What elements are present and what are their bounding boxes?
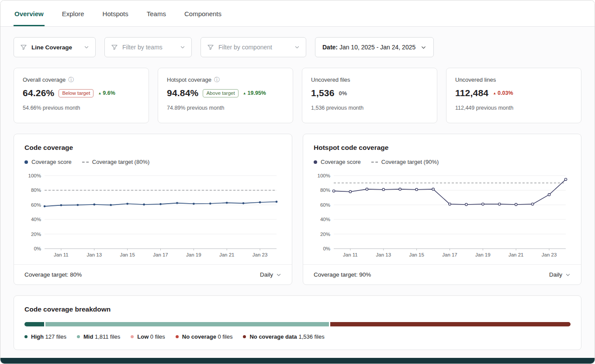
stat-value: 1,536 bbox=[311, 88, 335, 98]
breakdown-legend: High 127 filesMid 1,811 filesLow 0 files… bbox=[24, 333, 571, 340]
svg-text:Jan 19: Jan 19 bbox=[186, 252, 201, 257]
svg-text:Jan 15: Jan 15 bbox=[120, 252, 135, 257]
trend-up-icon: ▲ bbox=[98, 91, 101, 95]
trend-up-icon: ▲ bbox=[243, 91, 246, 95]
stat-percent: 0% bbox=[339, 90, 347, 97]
teams-filter-dropdown[interactable]: Filter by teams bbox=[104, 37, 192, 57]
chevron-down-icon bbox=[79, 45, 89, 50]
legend-dot-icon bbox=[176, 335, 179, 338]
coverage-target-text: Coverage target: 90% bbox=[314, 271, 371, 278]
svg-text:40%: 40% bbox=[31, 217, 41, 222]
breakdown-legend-item: Low 0 files bbox=[131, 333, 165, 340]
tab-explore[interactable]: Explore bbox=[61, 0, 85, 26]
stat-subtext: 54.66% previous month bbox=[23, 105, 140, 111]
hotspot-coverage-chart-card: Hotspot code coverage Coverage score Cov… bbox=[303, 134, 581, 285]
legend-coverage-target: Coverage target (90%) bbox=[371, 159, 439, 165]
stat-subtext: 1,536 previous month bbox=[311, 105, 428, 111]
stat-title: Overall coverage ⓘ bbox=[23, 76, 140, 83]
chart-legend: Coverage score Coverage target (90%) bbox=[314, 159, 571, 165]
date-range-value: Jan 10, 2025 - Jan 24, 2025 bbox=[339, 44, 415, 51]
stat-card-uncovered-lines: Uncovered lines 112,484 ▲0.03% 112,449 p… bbox=[446, 68, 581, 123]
tab-hotspots[interactable]: Hotspots bbox=[102, 0, 129, 26]
svg-text:Jan 15: Jan 15 bbox=[409, 252, 424, 257]
svg-text:Jan 13: Jan 13 bbox=[376, 252, 391, 257]
svg-text:80%: 80% bbox=[31, 187, 41, 193]
top-nav: Overview Explore Hotspots Teams Componen… bbox=[0, 0, 595, 27]
stat-title: Uncovered files bbox=[311, 76, 428, 83]
coverage-target-text: Coverage target: 80% bbox=[24, 271, 82, 278]
metric-filter-dropdown[interactable]: Line Coverage bbox=[14, 37, 96, 57]
funnel-icon bbox=[111, 44, 118, 51]
legend-dot-icon bbox=[314, 160, 317, 164]
interval-dropdown[interactable]: Daily bbox=[549, 271, 571, 278]
svg-text:0%: 0% bbox=[34, 246, 41, 251]
chevron-down-icon bbox=[415, 45, 426, 50]
svg-text:Jan 17: Jan 17 bbox=[153, 252, 168, 257]
svg-text:Jan 21: Jan 21 bbox=[219, 252, 235, 257]
component-filter-dropdown[interactable]: Filter by component bbox=[201, 37, 306, 57]
svg-text:60%: 60% bbox=[31, 202, 41, 208]
dashboard-frame: Overview Explore Hotspots Teams Componen… bbox=[0, 0, 595, 364]
stat-card-overall-coverage: Overall coverage ⓘ 64.26% Below target ▲… bbox=[14, 68, 149, 123]
svg-text:Jan 11: Jan 11 bbox=[54, 252, 69, 257]
svg-text:Jan 23: Jan 23 bbox=[542, 252, 557, 257]
filter-row: Line Coverage Filter by teams Filter b bbox=[14, 37, 581, 57]
stat-title-text: Uncovered lines bbox=[455, 76, 496, 83]
info-icon[interactable]: ⓘ bbox=[214, 77, 220, 83]
breakdown-legend-item: High 127 files bbox=[24, 333, 66, 340]
legend-dot-icon bbox=[77, 335, 80, 338]
chart-footer: Coverage target: 80% Daily bbox=[14, 264, 292, 284]
chevron-down-icon bbox=[565, 272, 571, 277]
date-range-dropdown[interactable]: Date: Jan 10, 2025 - Jan 24, 2025 bbox=[315, 37, 434, 57]
svg-text:60%: 60% bbox=[320, 202, 330, 208]
info-icon[interactable]: ⓘ bbox=[68, 77, 74, 83]
stats-row: Overall coverage ⓘ 64.26% Below target ▲… bbox=[14, 68, 581, 123]
date-range-text: Date: Jan 10, 2025 - Jan 24, 2025 bbox=[322, 44, 415, 51]
svg-text:40%: 40% bbox=[320, 217, 330, 222]
line-chart: 0%20%40%60%80%100%Jan 11Jan 13Jan 15Jan … bbox=[24, 171, 283, 262]
breakdown-bar-segment bbox=[330, 322, 571, 326]
legend-coverage-score: Coverage score bbox=[314, 159, 361, 165]
svg-text:Jan 19: Jan 19 bbox=[475, 252, 491, 257]
date-range-label: Date: bbox=[322, 44, 338, 51]
legend-dot-icon bbox=[243, 335, 246, 338]
teams-filter-placeholder: Filter by teams bbox=[122, 44, 163, 51]
chart-footer: Coverage target: 90% Daily bbox=[303, 264, 581, 284]
footer-strip bbox=[0, 358, 595, 364]
legend-dot-icon bbox=[24, 335, 28, 338]
svg-text:Jan 17: Jan 17 bbox=[442, 252, 457, 257]
stat-title-text: Uncovered files bbox=[311, 76, 350, 83]
status-badge: Below target bbox=[59, 89, 93, 97]
legend-dot-icon bbox=[131, 335, 134, 338]
chart-legend: Coverage score Coverage target (80%) bbox=[24, 159, 281, 165]
svg-text:20%: 20% bbox=[31, 232, 41, 237]
stat-card-hotspot-coverage: Hotspot coverage ⓘ 94.84% Above target ▲… bbox=[158, 68, 293, 123]
stat-title: Uncovered lines bbox=[455, 76, 572, 83]
tab-overview[interactable]: Overview bbox=[14, 0, 45, 26]
line-chart: 0%20%40%60%80%100%Jan 11Jan 13Jan 15Jan … bbox=[314, 171, 572, 262]
tab-teams[interactable]: Teams bbox=[146, 0, 167, 26]
legend-dot-icon bbox=[24, 160, 28, 164]
svg-text:Jan 11: Jan 11 bbox=[343, 252, 358, 257]
breakdown-legend-item: Mid 1,811 files bbox=[77, 333, 120, 340]
trend-indicator: ▲0.03% bbox=[493, 90, 513, 96]
breakdown-title: Code coverage breakdown bbox=[24, 305, 571, 313]
charts-row: Code coverage Coverage score Coverage ta… bbox=[14, 134, 581, 285]
stat-subtext: 112,449 previous month bbox=[455, 105, 572, 111]
line-chart-area: 0%20%40%60%80%100%Jan 11Jan 13Jan 15Jan … bbox=[24, 171, 281, 262]
svg-text:20%: 20% bbox=[320, 232, 330, 237]
legend-coverage-target: Coverage target (80%) bbox=[82, 159, 150, 165]
breakdown-bar-segment bbox=[45, 322, 329, 326]
stat-title-text: Hotspot coverage bbox=[167, 76, 211, 83]
legend-dash-icon bbox=[82, 162, 89, 163]
code-coverage-chart-card: Code coverage Coverage score Coverage ta… bbox=[14, 134, 292, 285]
svg-text:Jan 23: Jan 23 bbox=[253, 252, 268, 257]
svg-text:Jan 13: Jan 13 bbox=[87, 252, 102, 257]
tab-components[interactable]: Components bbox=[183, 0, 222, 26]
breakdown-bar-segment bbox=[24, 322, 44, 326]
stat-subtext: 74.89% previous month bbox=[167, 105, 284, 111]
svg-text:0%: 0% bbox=[323, 246, 330, 251]
interval-dropdown[interactable]: Daily bbox=[260, 271, 281, 278]
svg-text:Jan 21: Jan 21 bbox=[509, 252, 524, 257]
breakdown-legend-item: No coverage 0 files bbox=[176, 333, 233, 340]
